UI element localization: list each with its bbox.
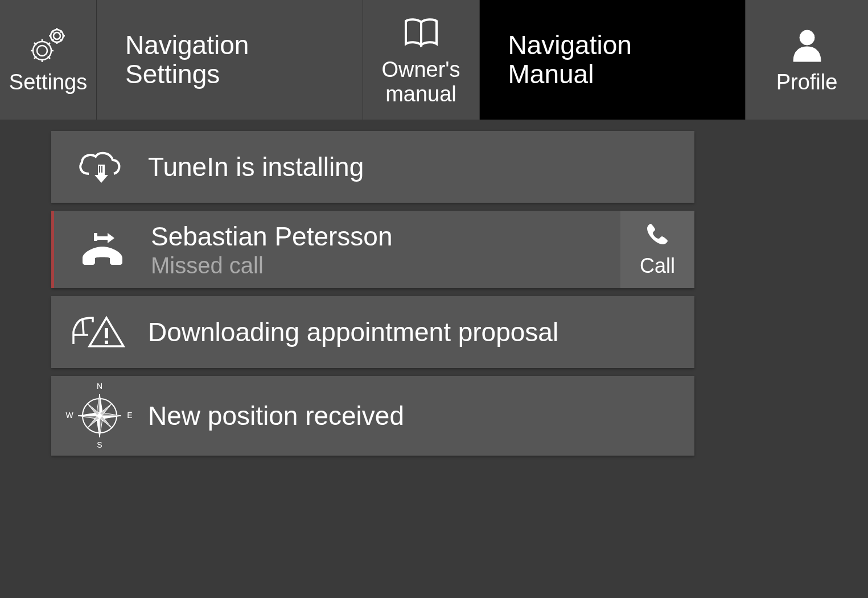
notification-title: Downloading appointment proposal <box>148 317 694 347</box>
missed-call-icon <box>54 230 151 269</box>
tab-navigation-manual[interactable]: Navigation Manual <box>480 0 746 120</box>
book-icon <box>401 13 441 53</box>
person-icon <box>789 26 825 65</box>
svg-marker-22 <box>94 175 108 183</box>
compass-w: W <box>65 411 73 420</box>
svg-point-44 <box>97 413 102 418</box>
tab-navigation-manual-label: Navigation Manual <box>508 31 632 88</box>
tab-owners-manual[interactable]: Owner's manual <box>363 0 480 120</box>
call-button[interactable]: Call <box>620 211 694 288</box>
notification-title: TuneIn is installing <box>148 151 694 182</box>
cloud-download-icon <box>51 149 148 185</box>
caller-name: Sebastian Petersson <box>151 221 620 252</box>
top-navigation-bar: Settings Navigation Settings Owner's man… <box>0 0 868 120</box>
notification-row-installing[interactable]: TuneIn is installing <box>51 131 694 203</box>
compass-icon: N S W E <box>51 382 148 450</box>
tab-profile-label: Profile <box>776 70 838 95</box>
notification-title: New position received <box>148 400 694 431</box>
notification-row-position[interactable]: N S W E New position received <box>51 376 694 456</box>
compass-e: E <box>127 411 132 420</box>
phone-icon <box>645 222 670 252</box>
notification-row-appointment[interactable]: Downloading appointment proposal <box>51 296 694 368</box>
svg-point-0 <box>54 32 60 39</box>
notification-list: TuneIn is installing Sebastian Petersson… <box>0 120 868 456</box>
car-warning-icon <box>51 312 148 352</box>
tab-settings-label: Settings <box>9 70 87 95</box>
call-status: Missed call <box>151 253 620 278</box>
svg-rect-24 <box>101 166 102 173</box>
compass-s: S <box>97 440 102 449</box>
notification-row-missed-call[interactable]: Sebastian Petersson Missed call Call <box>51 211 694 288</box>
svg-marker-25 <box>108 233 114 243</box>
svg-point-20 <box>800 30 814 45</box>
tab-owners-manual-label: Owner's manual <box>381 58 460 107</box>
call-button-label: Call <box>640 254 675 278</box>
compass-n: N <box>97 382 102 391</box>
svg-rect-23 <box>99 166 100 173</box>
svg-rect-30 <box>105 341 108 344</box>
gears-icon <box>27 26 69 65</box>
svg-line-27 <box>83 320 84 335</box>
svg-rect-26 <box>94 233 97 241</box>
tab-settings[interactable]: Settings <box>0 0 97 120</box>
tab-profile[interactable]: Profile <box>746 0 868 120</box>
svg-point-10 <box>37 46 47 56</box>
svg-rect-29 <box>105 328 108 338</box>
tab-navigation-settings[interactable]: Navigation Settings <box>97 0 363 120</box>
tab-navigation-settings-label: Navigation Settings <box>125 31 249 88</box>
